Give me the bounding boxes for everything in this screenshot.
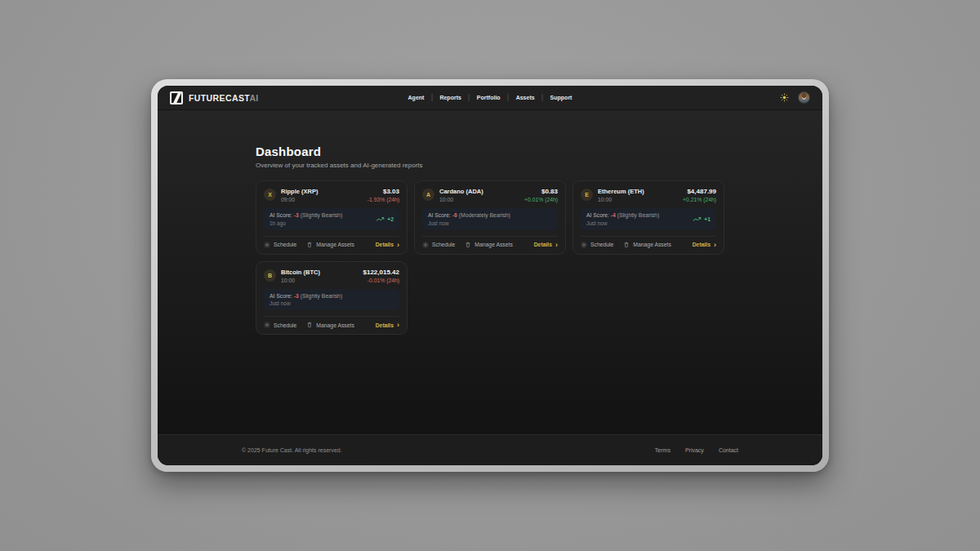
header-actions (780, 91, 810, 104)
ai-score-sentiment: (Slightly Bearish) (301, 212, 342, 218)
brand-suffix: AI (249, 93, 258, 103)
asset-change: -0.01% (24h) (363, 278, 400, 283)
copyright-text: © 2025 Future Cast. All rights reserved. (242, 447, 342, 453)
asset-time: 10:00 (439, 197, 483, 202)
footer-links: Terms Privacy Contact (655, 447, 738, 453)
ai-score-updated: Just now (270, 300, 342, 306)
app-footer: © 2025 Future Cast. All rights reserved.… (158, 434, 822, 465)
brand-logo-icon (170, 91, 183, 104)
brand[interactable]: FUTURECASTAI (170, 91, 259, 104)
manage-assets-button[interactable]: Manage Assets (306, 242, 354, 248)
ai-score-label: AI Score: (270, 293, 292, 299)
asset-time: 10:00 (281, 278, 320, 283)
schedule-button[interactable]: Schedule (422, 242, 455, 248)
details-button[interactable]: Details› (376, 242, 399, 247)
nav-item-reports[interactable]: Reports (439, 95, 461, 100)
asset-change: +0.21% (24h) (683, 197, 716, 202)
asset-time: 10:00 (598, 197, 644, 202)
footer-link-contact[interactable]: Contact (719, 447, 738, 453)
details-button[interactable]: Details› (534, 242, 558, 247)
ai-score-sentiment: (Moderately Bearish) (459, 212, 510, 218)
ai-score-panel: AI Score: -3 (Slightly Bearish) Just now (264, 289, 399, 311)
ai-score-sentiment: (Slightly Bearish) (617, 212, 659, 218)
ai-score-updated: 1h ago (270, 220, 342, 226)
asset-price: $4,487.99 (683, 188, 716, 195)
asset-price: $3.03 (368, 188, 399, 195)
schedule-button[interactable]: Schedule (581, 242, 613, 248)
asset-price: $0.83 (524, 188, 558, 195)
card-actions: Schedule Manage Assets Details› (422, 236, 558, 248)
ai-score-value: -3 (294, 212, 299, 218)
ai-score-panel: AI Score: -6 (Moderately Bearish) Just n… (422, 208, 558, 230)
details-button[interactable]: Details› (693, 242, 716, 247)
asset-change: +0.01% (24h) (524, 197, 558, 202)
asset-name: Cardano (ADA) (439, 188, 483, 195)
chevron-right-icon: › (397, 242, 399, 247)
manage-assets-button[interactable]: Manage Assets (465, 242, 512, 248)
asset-symbol-badge: B (264, 269, 276, 282)
trash-icon (306, 322, 313, 328)
schedule-button[interactable]: Schedule (264, 242, 296, 248)
theme-toggle-sun-icon[interactable] (780, 93, 789, 102)
card-actions: Schedule Manage Assets Details› (264, 236, 399, 248)
nav-item-support[interactable]: Support (550, 95, 572, 100)
card-actions: Schedule Manage Assets Details› (264, 316, 399, 328)
asset-symbol-badge: A (422, 189, 434, 201)
trend-up-icon (376, 216, 385, 222)
main-content: Dashboard Overview of your tracked asset… (158, 110, 822, 434)
nav-item-agent[interactable]: Agent (408, 95, 425, 100)
asset-card-bitcoin: B Bitcoin (BTC) 10:00 $122,015.42 -0.01%… (256, 261, 408, 335)
chevron-right-icon: › (714, 242, 716, 247)
schedule-button[interactable]: Schedule (264, 322, 296, 328)
asset-price: $122,015.42 (363, 269, 400, 276)
asset-name: Ripple (XRP) (281, 188, 318, 195)
trash-icon (465, 242, 471, 248)
gear-icon (581, 242, 587, 248)
nav-separator (469, 94, 470, 101)
asset-symbol-badge: E (581, 189, 593, 201)
asset-symbol-badge: X (264, 189, 276, 201)
details-button[interactable]: Details› (376, 322, 399, 328)
page-subtitle: Overview of your tracked assets and AI-g… (256, 162, 724, 169)
asset-card-ethereum: E Ethereum (ETH) 10:00 $4,487.99 +0.21% … (572, 180, 724, 255)
asset-card-grid: X Ripple (XRP) 09:00 $3.03 -1.93% (24h) (256, 180, 724, 335)
trend-chip: +1 (693, 216, 710, 222)
main-nav: Agent Reports Portfolio Assets Support (408, 86, 572, 109)
card-actions: Schedule Manage Assets Details› (581, 236, 716, 248)
ai-score-label: AI Score: (428, 212, 451, 218)
ai-score-label: AI Score: (270, 212, 292, 218)
ai-score-label: AI Score: (586, 212, 609, 218)
nav-item-assets[interactable]: Assets (516, 95, 535, 100)
asset-card-cardano: A Cardano (ADA) 10:00 $0.83 +0.01% (24h) (414, 180, 566, 255)
ai-score-panel: AI Score: -3 (Slightly Bearish) 1h ago +… (264, 208, 399, 230)
trash-icon (306, 242, 313, 248)
gear-icon (264, 322, 270, 328)
ai-score-value: -4 (611, 212, 616, 218)
ai-score-updated: Just now (586, 220, 659, 226)
nav-item-portfolio[interactable]: Portfolio (477, 95, 501, 100)
asset-name: Bitcoin (BTC) (281, 269, 320, 276)
ai-score-panel: AI Score: -4 (Slightly Bearish) Just now… (581, 208, 716, 230)
nav-separator (431, 94, 432, 101)
asset-card-ripple: X Ripple (XRP) 09:00 $3.03 -1.93% (24h) (256, 180, 408, 255)
chevron-right-icon: › (397, 322, 399, 327)
ai-score-value: -6 (452, 212, 457, 218)
ai-score-updated: Just now (428, 220, 510, 226)
chevron-right-icon: › (555, 242, 558, 247)
asset-name: Ethereum (ETH) (598, 188, 644, 195)
manage-assets-button[interactable]: Manage Assets (623, 242, 670, 248)
brand-name: FUTURECASTAI (189, 93, 259, 103)
page-title: Dashboard (256, 144, 724, 158)
footer-link-terms[interactable]: Terms (655, 447, 670, 453)
ai-score-value: -3 (294, 293, 299, 299)
user-avatar[interactable] (798, 91, 810, 104)
trend-up-icon (693, 216, 702, 222)
gear-icon (264, 242, 270, 248)
ai-score-sentiment: (Slightly Bearish) (301, 293, 342, 299)
manage-assets-button[interactable]: Manage Assets (306, 322, 354, 328)
footer-link-privacy[interactable]: Privacy (685, 447, 704, 453)
trend-chip: +2 (376, 216, 394, 222)
nav-separator (508, 94, 509, 101)
app-root: FUTURECASTAI Agent Reports Portfolio Ass… (158, 86, 822, 465)
trash-icon (623, 242, 630, 248)
